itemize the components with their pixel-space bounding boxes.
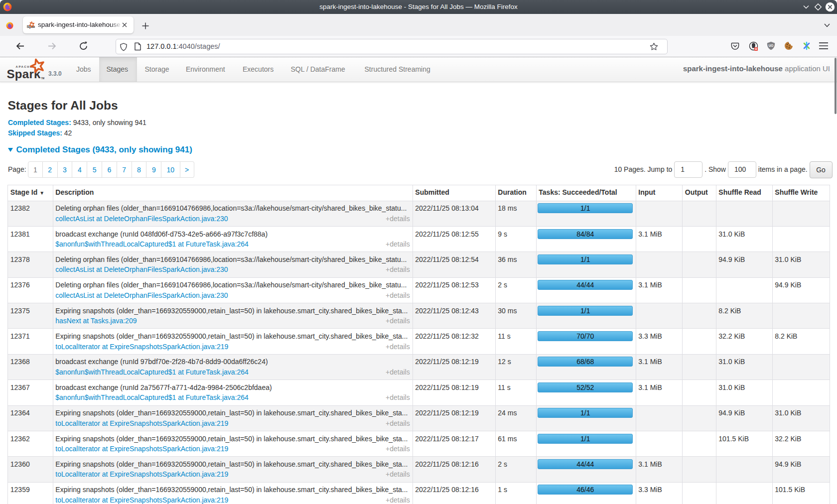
svg-text:UO: UO [769,44,774,47]
svg-text:TM: TM [41,77,45,80]
svg-text:Spark: Spark [27,24,35,29]
